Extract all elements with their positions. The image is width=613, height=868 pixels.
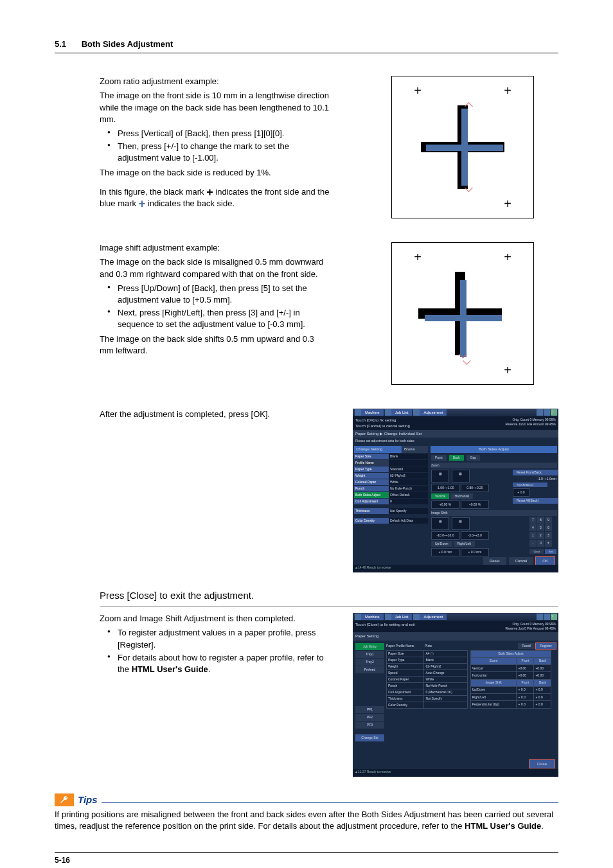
register-button[interactable]: Register bbox=[536, 643, 556, 649]
shift-example-block: Image shift adjustment example: The imag… bbox=[55, 242, 558, 393]
cancel-button[interactable]: Cancel bbox=[509, 557, 534, 565]
plus-black-icon: + bbox=[206, 188, 213, 196]
tips-label: Tips bbox=[78, 793, 98, 806]
pf1-button[interactable]: PF1 bbox=[355, 706, 384, 713]
gap-button[interactable]: Gap bbox=[466, 455, 480, 461]
shift-heading: Image shift adjustment example: bbox=[100, 242, 330, 254]
key-4[interactable]: 4 bbox=[529, 524, 537, 531]
sound-icon[interactable] bbox=[537, 614, 543, 620]
plus-mark-icon: + bbox=[501, 84, 514, 97]
zoom-result: The image on the back side is reduced by… bbox=[100, 167, 330, 179]
tab-jobentry[interactable]: Job Entry bbox=[355, 643, 384, 650]
step2-li1: To register adjustment values in a paper… bbox=[118, 627, 330, 650]
ok-button[interactable]: OK bbox=[536, 557, 555, 565]
vertical-button[interactable]: Vertical bbox=[431, 493, 449, 499]
key-plusminus[interactable]: ± bbox=[545, 540, 552, 547]
key-9[interactable]: 9 bbox=[545, 517, 552, 524]
shift-result: The image on the back side shifts 0.5 mm… bbox=[100, 333, 330, 357]
zoom-heading: Zoom ratio adjustment example: bbox=[100, 76, 330, 87]
reset-button[interactable]: Reset Front/Back bbox=[513, 470, 558, 475]
key-8[interactable]: 8 bbox=[537, 517, 544, 524]
key-0[interactable]: 0 bbox=[537, 540, 544, 547]
start-adjust-button[interactable]: Start All Adjust bbox=[513, 483, 547, 488]
plus-mark-icon: + bbox=[411, 84, 424, 97]
set-button[interactable]: Set bbox=[545, 549, 556, 554]
key-2[interactable]: 2 bbox=[537, 532, 544, 539]
right-panel: Both Sides Adjust Front Back Gap Zoom ▦ … bbox=[429, 445, 558, 570]
zoom-step-1: Press [Vertical] of [Back], then press [… bbox=[118, 128, 330, 139]
plus-mark-icon: + bbox=[501, 197, 514, 210]
instruction-text: Please set adjustment data for both side… bbox=[353, 438, 558, 445]
pf3-button[interactable]: PF3 bbox=[355, 722, 384, 729]
mark-legend: In this figure, the black mark + indicat… bbox=[100, 186, 330, 209]
tick-icon bbox=[463, 357, 471, 365]
sound-icon[interactable] bbox=[537, 409, 543, 416]
tips-divider bbox=[102, 796, 558, 803]
tab-tray2[interactable]: Tray2 bbox=[355, 659, 384, 666]
tab-prefeed[interactable]: Prefeed bbox=[355, 666, 384, 673]
numpad: 789 456 123 -0± ClearSet bbox=[529, 517, 557, 557]
reset-back-button[interactable]: Reset All(Back) bbox=[513, 498, 558, 504]
page-number: 5-16 bbox=[55, 856, 70, 865]
brows-tab[interactable]: Brows bbox=[402, 446, 428, 452]
tab-machine[interactable]: Machine bbox=[361, 614, 384, 620]
list-icon[interactable] bbox=[385, 409, 391, 416]
sp-infobar: Touch [OK] to fix setting Touch [Cancel]… bbox=[353, 416, 558, 430]
zoom-desc: The image on the front side is 10 mm in … bbox=[100, 90, 330, 125]
key-1[interactable]: 1 bbox=[529, 532, 537, 539]
gear-icon[interactable] bbox=[544, 409, 550, 416]
key-5[interactable]: 5 bbox=[537, 524, 544, 531]
back-button[interactable]: Back bbox=[449, 455, 464, 461]
left-panel: Change Setting Brows Paper SizeBlank Pro… bbox=[353, 445, 429, 570]
change-setting-tab[interactable]: Change Setting bbox=[354, 446, 402, 452]
shift-example-text: Image shift adjustment example: The imag… bbox=[100, 242, 330, 393]
shift-step-2: Next, press [Right/Left], then press [3]… bbox=[118, 307, 330, 330]
shift-figure: + + + bbox=[391, 242, 534, 385]
breadcrumb: Paper Setting ▶ Change Individual Set bbox=[353, 430, 558, 438]
section-number: 5.1 bbox=[55, 39, 66, 49]
close-button[interactable]: Close bbox=[529, 760, 555, 768]
wrench-icon[interactable] bbox=[413, 409, 420, 416]
ok-instruction: After the adjustment is completed, press… bbox=[100, 409, 330, 420]
close-screenshot: Machine Job List Adjustment ? Touch [Clo… bbox=[353, 613, 558, 777]
sp-topbar: Machine Job List Adjustment ? bbox=[353, 409, 558, 416]
tab-adjust[interactable]: Adjustment bbox=[420, 409, 447, 416]
front-button[interactable]: Front bbox=[431, 455, 447, 461]
page-footer: 5-16 bbox=[55, 852, 558, 866]
key-7[interactable]: 7 bbox=[529, 517, 537, 524]
step-2-block: Press [Close] to exit the adjustment. Zo… bbox=[55, 589, 558, 777]
shift-desc: The image on the back side is misaligned… bbox=[100, 256, 330, 279]
gear-icon[interactable] bbox=[544, 614, 550, 620]
help-icon[interactable]: ? bbox=[551, 409, 557, 416]
horizontal-button[interactable]: Horizontal bbox=[450, 493, 473, 499]
key-6[interactable]: 6 bbox=[545, 524, 552, 531]
tab-joblist[interactable]: Job List bbox=[391, 614, 413, 620]
home-icon[interactable] bbox=[355, 614, 361, 620]
key-3[interactable]: 3 bbox=[545, 532, 552, 539]
wrench-icon[interactable] bbox=[413, 614, 420, 620]
key-minus[interactable]: - bbox=[529, 540, 537, 547]
tab-adjust[interactable]: Adjustment bbox=[420, 614, 447, 620]
step2-desc: Zoom and Image Shift Adjustment is then … bbox=[100, 613, 330, 624]
step-2-heading: Press [Close] to exit the adjustment. bbox=[100, 589, 558, 602]
tab-joblist[interactable]: Job List bbox=[391, 409, 413, 416]
reset-bottom-button[interactable]: Reset bbox=[483, 557, 506, 565]
pf2-button[interactable]: PF2 bbox=[355, 714, 384, 721]
list-icon[interactable] bbox=[385, 614, 391, 620]
recall-button[interactable]: Recall bbox=[518, 643, 535, 649]
change-set-button[interactable]: Change Set bbox=[355, 734, 384, 741]
step2-li2: For details about how to register a pape… bbox=[118, 652, 330, 675]
help-icon[interactable]: ? bbox=[551, 614, 557, 620]
status-bar: ▲14:48 Ready to receive bbox=[353, 565, 558, 572]
updown-button[interactable]: Up/Down bbox=[431, 541, 452, 547]
right-table: Both Sides Adjust ZoomFrontBack Vertical… bbox=[470, 650, 552, 709]
plus-blue-icon: + bbox=[139, 200, 146, 208]
section-title: Both Sides Adjustment bbox=[82, 39, 173, 49]
tab-machine[interactable]: Machine bbox=[361, 409, 384, 416]
rightleft-button[interactable]: Right/Left bbox=[454, 541, 475, 547]
clear-button[interactable]: Clear bbox=[529, 549, 544, 554]
plus-mark-icon: + bbox=[411, 251, 424, 263]
home-icon[interactable] bbox=[355, 409, 361, 416]
zoom-example-block: Zoom ratio adjustment example: The image… bbox=[55, 76, 558, 226]
tab-tray1[interactable]: Tray1 bbox=[355, 651, 384, 658]
